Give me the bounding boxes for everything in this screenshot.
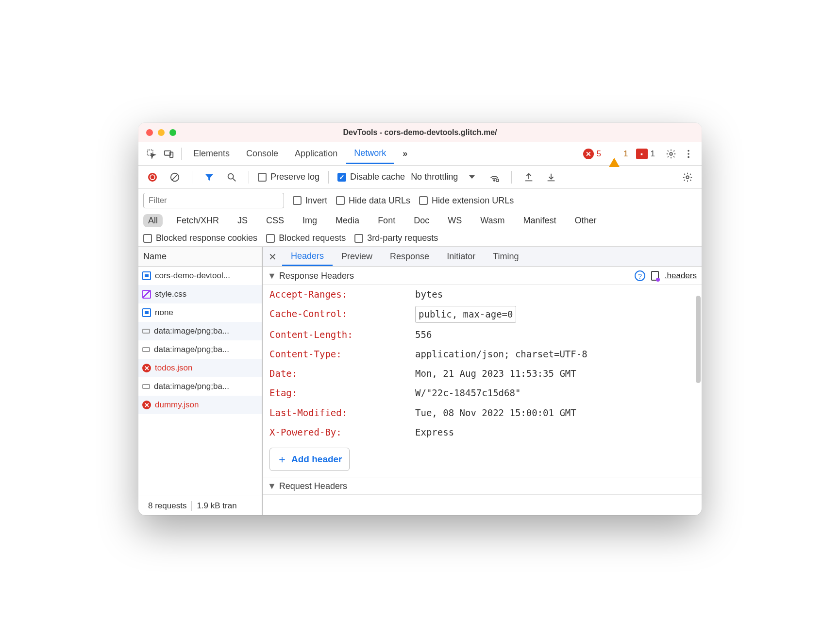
header-row: X-Powered-By:Express xyxy=(263,422,702,442)
header-value: Tue, 08 Nov 2022 15:00:01 GMT xyxy=(415,405,576,420)
record-button[interactable] xyxy=(144,169,161,185)
error-count[interactable]: 5 xyxy=(597,149,601,159)
preserve-log-checkbox[interactable]: Preserve log xyxy=(258,172,319,182)
upload-har-icon[interactable] xyxy=(521,169,537,185)
warning-badge-icon[interactable] xyxy=(609,150,620,158)
headers-file-link[interactable]: .headers xyxy=(665,271,697,281)
header-row: Cache-Control:public, max-age=0 xyxy=(263,304,702,324)
header-value: Mon, 21 Aug 2023 11:53:35 GMT xyxy=(415,366,576,381)
hide-extension-urls-checkbox[interactable]: Hide extension URLs xyxy=(419,196,514,206)
throttling-select[interactable]: No throttling xyxy=(411,172,458,182)
issue-badge-icon[interactable]: ▪ xyxy=(636,149,648,159)
request-name: cors-demo-devtool... xyxy=(155,271,230,281)
warning-count[interactable]: 1 xyxy=(623,149,628,159)
type-filter[interactable]: JS xyxy=(233,214,252,227)
detail-tab-initiator[interactable]: Initiator xyxy=(438,247,484,266)
request-row[interactable]: data:image/png;ba... xyxy=(138,322,262,340)
detail-tab-response[interactable]: Response xyxy=(381,247,438,266)
type-filter[interactable]: Other xyxy=(570,214,602,227)
type-filter[interactable]: Doc xyxy=(409,214,434,227)
request-row[interactable]: data:image/png;ba... xyxy=(138,377,262,396)
request-row[interactable]: cors-demo-devtool... xyxy=(138,267,262,285)
device-toolbar-icon[interactable] xyxy=(161,146,177,162)
request-name: data:image/png;ba... xyxy=(154,326,229,336)
preserve-log-label: Preserve log xyxy=(270,172,319,182)
response-headers-section-title[interactable]: ▼ Response Headers ? .headers xyxy=(263,267,702,285)
filter-row-1: Invert Hide data URLs Hide extension URL… xyxy=(138,189,702,211)
invert-checkbox[interactable]: Invert xyxy=(293,196,327,206)
tab-elements[interactable]: Elements xyxy=(185,145,237,163)
tab-console[interactable]: Console xyxy=(238,145,286,163)
filter-input[interactable] xyxy=(143,193,284,208)
requests-count: 8 requests xyxy=(143,501,191,511)
header-value: W/"22c-18457c15d68" xyxy=(415,385,521,401)
svg-point-5 xyxy=(688,153,689,155)
hide-data-urls-checkbox[interactable]: Hide data URLs xyxy=(336,196,410,206)
type-filter-all[interactable]: All xyxy=(143,214,163,227)
third-party-checkbox[interactable]: 3rd-party requests xyxy=(354,233,438,243)
type-filter[interactable]: WS xyxy=(443,214,467,227)
name-column-header[interactable]: Name xyxy=(138,247,262,267)
tab-network[interactable]: Network xyxy=(346,144,394,164)
network-conditions-icon[interactable] xyxy=(486,169,503,185)
throttling-caret-icon[interactable] xyxy=(464,169,480,185)
detail-tab-timing[interactable]: Timing xyxy=(484,247,527,266)
issue-count[interactable]: 1 xyxy=(651,149,655,159)
filter-icon[interactable] xyxy=(201,169,218,185)
download-har-icon[interactable] xyxy=(543,169,559,185)
add-header-button[interactable]: ＋ Add header xyxy=(269,448,350,471)
hide-extension-urls-label: Hide extension URLs xyxy=(432,196,514,206)
request-name: dummy.json xyxy=(155,400,199,410)
request-row[interactable]: none xyxy=(138,303,262,322)
close-detail-icon[interactable]: ✕ xyxy=(263,251,282,263)
type-filter[interactable]: Fetch/XHR xyxy=(171,214,224,227)
type-filter[interactable]: Font xyxy=(373,214,400,227)
search-icon[interactable] xyxy=(223,169,240,185)
clear-icon[interactable] xyxy=(167,169,183,185)
disclosure-triangle-icon[interactable]: ▼ xyxy=(268,271,276,281)
request-list-panel: Name cors-demo-devtool...style.cssnoneda… xyxy=(138,247,263,515)
type-filter[interactable]: Wasm xyxy=(475,214,509,227)
header-key: Etag: xyxy=(269,385,415,401)
blocked-cookies-checkbox[interactable]: Blocked response cookies xyxy=(143,233,257,243)
type-filter[interactable]: CSS xyxy=(261,214,289,227)
tab-more[interactable]: » xyxy=(395,145,415,163)
svg-point-13 xyxy=(686,176,689,179)
tab-application[interactable]: Application xyxy=(287,145,345,163)
help-icon[interactable]: ? xyxy=(635,270,645,281)
type-filter[interactable]: Img xyxy=(298,214,322,227)
scrollbar-thumb[interactable] xyxy=(696,296,701,383)
header-row: Etag:W/"22c-18457c15d68" xyxy=(263,383,702,403)
header-value[interactable]: public, max-age=0 xyxy=(415,306,516,322)
request-row[interactable]: dummy.json xyxy=(138,396,262,414)
blocked-cookies-label: Blocked response cookies xyxy=(156,233,257,243)
file-icon[interactable] xyxy=(651,271,659,281)
detail-panel: ✕ Headers Preview Response Initiator Tim… xyxy=(263,247,702,515)
network-settings-gear-icon[interactable] xyxy=(679,169,696,185)
request-row[interactable]: todos.json xyxy=(138,359,262,377)
request-headers-section-title[interactable]: ▼ Request Headers xyxy=(263,477,702,495)
svg-line-8 xyxy=(172,174,178,180)
err-file-icon xyxy=(142,401,151,409)
kebab-menu-icon[interactable] xyxy=(680,146,697,162)
request-name: style.css xyxy=(155,289,186,299)
type-filter[interactable]: Manifest xyxy=(519,214,561,227)
disclosure-triangle-icon[interactable]: ▼ xyxy=(268,481,276,491)
blocked-requests-checkbox[interactable]: Blocked requests xyxy=(266,233,346,243)
disable-cache-checkbox[interactable]: Disable cache xyxy=(337,172,405,182)
request-headers-label: Request Headers xyxy=(279,481,347,491)
header-value: application/json; charset=UTF-8 xyxy=(415,346,588,362)
response-headers-list: Accept-Ranges:bytesCache-Control:public,… xyxy=(263,285,702,442)
detail-tab-headers[interactable]: Headers xyxy=(282,247,333,266)
inspect-icon[interactable] xyxy=(143,146,160,162)
type-filter[interactable]: Media xyxy=(331,214,364,227)
svg-line-10 xyxy=(233,178,236,181)
request-row[interactable]: data:image/png;ba... xyxy=(138,340,262,359)
svg-point-12 xyxy=(496,179,499,182)
headers-panel: ▼ Response Headers ? .headers Accept-Ran… xyxy=(263,267,702,515)
detail-tab-preview[interactable]: Preview xyxy=(333,247,381,266)
img-file-icon xyxy=(142,329,150,334)
settings-gear-icon[interactable] xyxy=(663,146,679,162)
error-badge-icon[interactable]: ✕ xyxy=(583,149,594,159)
request-row[interactable]: style.css xyxy=(138,285,262,303)
